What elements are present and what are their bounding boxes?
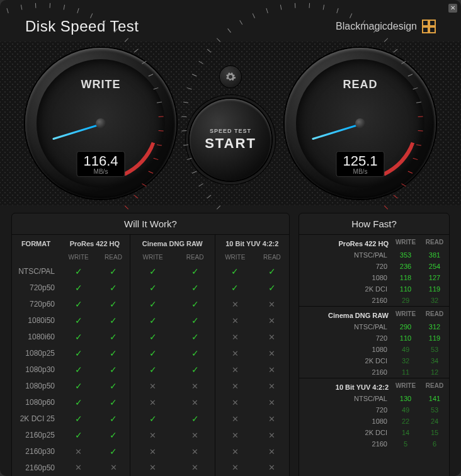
row-label: 1080i60 — [12, 329, 60, 345]
check-icon: ✓ — [110, 332, 117, 342]
check-icon: ✓ — [110, 299, 117, 309]
check-icon: ✓ — [110, 430, 117, 440]
check-icon: ✓ — [149, 414, 157, 424]
start-label-small: SPEED TEST — [210, 128, 251, 134]
table-row: 21601112 — [299, 366, 449, 378]
write-gauge: WRITE 116.4 MB/s — [25, 48, 176, 199]
table-row: 720p60✓✓✓✓✕✕ — [12, 296, 289, 312]
format-header: FORMAT — [12, 235, 60, 251]
table-row: 216056 — [299, 438, 449, 450]
row-label: 1080 — [299, 416, 391, 427]
write-cell: 110 — [391, 283, 420, 295]
row-label: 2160p25 — [12, 427, 60, 443]
close-button[interactable]: ✕ — [448, 4, 457, 13]
table-row: NTSC/PAL130141 — [299, 393, 449, 404]
write-cell: 49 — [391, 344, 420, 355]
table-row: 2160p25✓✓✕✕✕✕ — [12, 427, 289, 443]
cross-icon: ✕ — [268, 365, 275, 375]
row-label: 2160p50 — [12, 460, 60, 475]
read-cell: 381 — [420, 249, 449, 261]
write-gauge-label: WRITE — [25, 78, 176, 91]
app-window: ✕ Disk Speed Test Blackmagicdesign WRITE… — [0, 0, 461, 476]
cross-icon: ✕ — [232, 431, 239, 440]
cross-icon: ✕ — [191, 382, 198, 391]
table-row: 1080p60✓✓✕✕✕✕ — [12, 394, 289, 411]
row-label: NTSC/PAL — [299, 249, 391, 261]
table-row: 2K DCI 25✓✓✓✓✕✕ — [12, 411, 289, 427]
cross-icon: ✕ — [268, 316, 275, 326]
cross-icon: ✕ — [268, 398, 275, 407]
check-icon: ✓ — [75, 266, 83, 276]
table-row: 10802224 — [299, 416, 449, 427]
cross-icon: ✕ — [149, 447, 156, 456]
table-row: 2K DCI1415 — [299, 427, 449, 438]
row-label: 720p50 — [12, 280, 60, 296]
header: Disk Speed Test Blackmagicdesign — [0, 0, 461, 42]
table-row: 10804953 — [299, 344, 449, 355]
write-cell: 32 — [391, 355, 420, 366]
write-cell: 22 — [391, 416, 420, 427]
codec-header: 10 Bit YUV 4:2:2 — [215, 235, 289, 251]
check-icon: ✓ — [110, 397, 117, 407]
row-label: 2K DCI — [299, 427, 391, 438]
read-cell: 254 — [420, 261, 449, 272]
check-icon: ✓ — [110, 315, 117, 326]
row-label: NTSC/PAL — [299, 393, 391, 404]
cross-icon: ✕ — [75, 463, 82, 472]
row-label: 2K DCI — [299, 355, 391, 366]
write-cell: 130 — [391, 393, 420, 404]
write-cell: 29 — [391, 295, 420, 307]
cross-icon: ✕ — [268, 414, 275, 424]
check-icon: ✓ — [110, 446, 117, 456]
start-button[interactable]: SPEED TEST START — [190, 99, 271, 181]
check-icon: ✓ — [191, 266, 199, 276]
table-row: 1080i50✓✓✓✓✕✕ — [12, 312, 289, 329]
check-icon: ✓ — [149, 332, 157, 342]
read-cell: 24 — [420, 416, 449, 427]
write-unit: MB/s — [83, 168, 118, 175]
cross-icon: ✕ — [232, 447, 239, 456]
brand-logo-icon — [422, 20, 436, 33]
svg-rect-0 — [423, 20, 428, 26]
section-header: 10 Bit YUV 4:2:2 — [299, 378, 391, 394]
write-cell: 110 — [391, 332, 420, 344]
cross-icon: ✕ — [268, 431, 275, 440]
check-icon: ✓ — [231, 266, 239, 276]
row-label: 1080i50 — [12, 312, 60, 329]
read-cell: 12 — [420, 366, 449, 378]
cross-icon: ✕ — [232, 316, 239, 326]
table-row: 720p50✓✓✓✓✓✓ — [12, 280, 289, 296]
cross-icon: ✕ — [268, 300, 275, 309]
check-icon: ✓ — [110, 381, 117, 391]
cross-icon: ✕ — [268, 447, 275, 456]
table-row: 1080i60✓✓✓✓✕✕ — [12, 329, 289, 345]
write-cell: 11 — [391, 366, 420, 378]
read-cell: 15 — [420, 427, 449, 438]
row-label: 2160p30 — [12, 443, 60, 460]
row-label: 720p60 — [12, 296, 60, 312]
check-icon: ✓ — [149, 348, 157, 358]
row-label: NTSC/PAL — [12, 263, 60, 280]
will-it-work-panel: Will It Work? FORMAT ProRes 422 HQ Cinem… — [11, 213, 290, 476]
check-icon: ✓ — [149, 315, 157, 326]
check-icon: ✓ — [268, 266, 276, 276]
check-icon: ✓ — [191, 365, 199, 375]
settings-button[interactable] — [220, 66, 241, 88]
cross-icon: ✕ — [232, 349, 239, 358]
check-icon: ✓ — [191, 315, 199, 326]
read-gauge: READ 125.1 MB/s — [285, 48, 436, 199]
read-cell: 127 — [420, 272, 449, 283]
write-cell: 49 — [391, 404, 420, 416]
read-cell: 141 — [420, 393, 449, 404]
gear-icon — [225, 71, 236, 82]
table-row: 720236254 — [299, 261, 449, 272]
read-cell: 53 — [420, 344, 449, 355]
svg-rect-3 — [430, 27, 435, 33]
table-row: 1080p30✓✓✓✓✕✕ — [12, 361, 289, 378]
table-row: 1080118127 — [299, 272, 449, 283]
row-label: 1080p50 — [12, 378, 60, 394]
row-label: 720 — [299, 404, 391, 416]
check-icon: ✓ — [110, 266, 117, 276]
row-label: 2160 — [299, 295, 391, 307]
cross-icon: ✕ — [149, 382, 156, 391]
